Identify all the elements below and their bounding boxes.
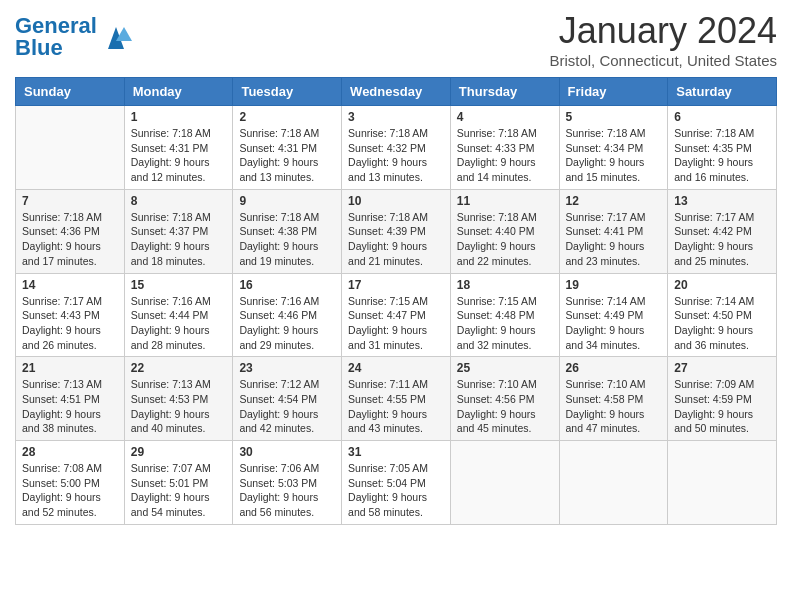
- day-number: 20: [674, 278, 770, 292]
- day-info: Sunrise: 7:14 AM Sunset: 4:49 PM Dayligh…: [566, 294, 662, 353]
- day-number: 14: [22, 278, 118, 292]
- day-number: 8: [131, 194, 227, 208]
- day-number: 7: [22, 194, 118, 208]
- day-info: Sunrise: 7:09 AM Sunset: 4:59 PM Dayligh…: [674, 377, 770, 436]
- day-number: 24: [348, 361, 444, 375]
- calendar-cell: 21Sunrise: 7:13 AM Sunset: 4:51 PM Dayli…: [16, 357, 125, 441]
- day-number: 6: [674, 110, 770, 124]
- day-number: 30: [239, 445, 335, 459]
- day-number: 31: [348, 445, 444, 459]
- calendar-cell: 13Sunrise: 7:17 AM Sunset: 4:42 PM Dayli…: [668, 189, 777, 273]
- day-info: Sunrise: 7:18 AM Sunset: 4:32 PM Dayligh…: [348, 126, 444, 185]
- day-info: Sunrise: 7:10 AM Sunset: 4:58 PM Dayligh…: [566, 377, 662, 436]
- day-number: 19: [566, 278, 662, 292]
- day-number: 3: [348, 110, 444, 124]
- day-number: 17: [348, 278, 444, 292]
- calendar-header-row: SundayMondayTuesdayWednesdayThursdayFrid…: [16, 78, 777, 106]
- day-number: 10: [348, 194, 444, 208]
- day-info: Sunrise: 7:18 AM Sunset: 4:37 PM Dayligh…: [131, 210, 227, 269]
- calendar-cell: 5Sunrise: 7:18 AM Sunset: 4:34 PM Daylig…: [559, 106, 668, 190]
- calendar-week-3: 14Sunrise: 7:17 AM Sunset: 4:43 PM Dayli…: [16, 273, 777, 357]
- calendar-cell: 22Sunrise: 7:13 AM Sunset: 4:53 PM Dayli…: [124, 357, 233, 441]
- day-info: Sunrise: 7:18 AM Sunset: 4:39 PM Dayligh…: [348, 210, 444, 269]
- header-saturday: Saturday: [668, 78, 777, 106]
- day-info: Sunrise: 7:06 AM Sunset: 5:03 PM Dayligh…: [239, 461, 335, 520]
- calendar-cell: 30Sunrise: 7:06 AM Sunset: 5:03 PM Dayli…: [233, 441, 342, 525]
- day-number: 18: [457, 278, 553, 292]
- calendar-week-2: 7Sunrise: 7:18 AM Sunset: 4:36 PM Daylig…: [16, 189, 777, 273]
- calendar-cell: 28Sunrise: 7:08 AM Sunset: 5:00 PM Dayli…: [16, 441, 125, 525]
- calendar-cell: 14Sunrise: 7:17 AM Sunset: 4:43 PM Dayli…: [16, 273, 125, 357]
- day-number: 5: [566, 110, 662, 124]
- day-number: 12: [566, 194, 662, 208]
- logo: General Blue: [15, 15, 132, 59]
- calendar-cell: 26Sunrise: 7:10 AM Sunset: 4:58 PM Dayli…: [559, 357, 668, 441]
- calendar-cell: 29Sunrise: 7:07 AM Sunset: 5:01 PM Dayli…: [124, 441, 233, 525]
- day-info: Sunrise: 7:18 AM Sunset: 4:36 PM Dayligh…: [22, 210, 118, 269]
- header-tuesday: Tuesday: [233, 78, 342, 106]
- calendar-week-4: 21Sunrise: 7:13 AM Sunset: 4:51 PM Dayli…: [16, 357, 777, 441]
- day-number: 27: [674, 361, 770, 375]
- calendar-cell: 1Sunrise: 7:18 AM Sunset: 4:31 PM Daylig…: [124, 106, 233, 190]
- title-area: January 2024 Bristol, Connecticut, Unite…: [549, 10, 777, 69]
- day-info: Sunrise: 7:15 AM Sunset: 4:47 PM Dayligh…: [348, 294, 444, 353]
- day-number: 25: [457, 361, 553, 375]
- logo-icon: [100, 21, 132, 53]
- calendar-cell: 11Sunrise: 7:18 AM Sunset: 4:40 PM Dayli…: [450, 189, 559, 273]
- calendar-cell: 6Sunrise: 7:18 AM Sunset: 4:35 PM Daylig…: [668, 106, 777, 190]
- calendar-cell: 27Sunrise: 7:09 AM Sunset: 4:59 PM Dayli…: [668, 357, 777, 441]
- calendar-cell: 7Sunrise: 7:18 AM Sunset: 4:36 PM Daylig…: [16, 189, 125, 273]
- day-number: 13: [674, 194, 770, 208]
- day-info: Sunrise: 7:18 AM Sunset: 4:38 PM Dayligh…: [239, 210, 335, 269]
- day-info: Sunrise: 7:18 AM Sunset: 4:34 PM Dayligh…: [566, 126, 662, 185]
- day-info: Sunrise: 7:18 AM Sunset: 4:31 PM Dayligh…: [239, 126, 335, 185]
- day-info: Sunrise: 7:17 AM Sunset: 4:41 PM Dayligh…: [566, 210, 662, 269]
- day-info: Sunrise: 7:18 AM Sunset: 4:31 PM Dayligh…: [131, 126, 227, 185]
- calendar-cell: 31Sunrise: 7:05 AM Sunset: 5:04 PM Dayli…: [342, 441, 451, 525]
- calendar-cell: 8Sunrise: 7:18 AM Sunset: 4:37 PM Daylig…: [124, 189, 233, 273]
- main-title: January 2024: [549, 10, 777, 52]
- calendar-cell: 10Sunrise: 7:18 AM Sunset: 4:39 PM Dayli…: [342, 189, 451, 273]
- day-number: 11: [457, 194, 553, 208]
- day-info: Sunrise: 7:10 AM Sunset: 4:56 PM Dayligh…: [457, 377, 553, 436]
- calendar-cell: 9Sunrise: 7:18 AM Sunset: 4:38 PM Daylig…: [233, 189, 342, 273]
- day-info: Sunrise: 7:18 AM Sunset: 4:33 PM Dayligh…: [457, 126, 553, 185]
- calendar-cell: [668, 441, 777, 525]
- calendar-cell: 15Sunrise: 7:16 AM Sunset: 4:44 PM Dayli…: [124, 273, 233, 357]
- day-number: 28: [22, 445, 118, 459]
- calendar-cell: 17Sunrise: 7:15 AM Sunset: 4:47 PM Dayli…: [342, 273, 451, 357]
- logo-blue: Blue: [15, 35, 63, 60]
- calendar-cell: [16, 106, 125, 190]
- day-info: Sunrise: 7:08 AM Sunset: 5:00 PM Dayligh…: [22, 461, 118, 520]
- calendar-cell: 25Sunrise: 7:10 AM Sunset: 4:56 PM Dayli…: [450, 357, 559, 441]
- day-info: Sunrise: 7:11 AM Sunset: 4:55 PM Dayligh…: [348, 377, 444, 436]
- day-info: Sunrise: 7:17 AM Sunset: 4:43 PM Dayligh…: [22, 294, 118, 353]
- calendar-cell: 2Sunrise: 7:18 AM Sunset: 4:31 PM Daylig…: [233, 106, 342, 190]
- header: General Blue January 2024 Bristol, Conne…: [15, 10, 777, 69]
- calendar-cell: 24Sunrise: 7:11 AM Sunset: 4:55 PM Dayli…: [342, 357, 451, 441]
- day-info: Sunrise: 7:13 AM Sunset: 4:51 PM Dayligh…: [22, 377, 118, 436]
- day-info: Sunrise: 7:18 AM Sunset: 4:40 PM Dayligh…: [457, 210, 553, 269]
- calendar-cell: [559, 441, 668, 525]
- day-info: Sunrise: 7:13 AM Sunset: 4:53 PM Dayligh…: [131, 377, 227, 436]
- day-number: 21: [22, 361, 118, 375]
- day-info: Sunrise: 7:14 AM Sunset: 4:50 PM Dayligh…: [674, 294, 770, 353]
- day-number: 15: [131, 278, 227, 292]
- day-number: 4: [457, 110, 553, 124]
- day-number: 23: [239, 361, 335, 375]
- day-info: Sunrise: 7:18 AM Sunset: 4:35 PM Dayligh…: [674, 126, 770, 185]
- calendar-cell: 20Sunrise: 7:14 AM Sunset: 4:50 PM Dayli…: [668, 273, 777, 357]
- calendar-cell: 18Sunrise: 7:15 AM Sunset: 4:48 PM Dayli…: [450, 273, 559, 357]
- day-number: 2: [239, 110, 335, 124]
- calendar-cell: [450, 441, 559, 525]
- day-number: 26: [566, 361, 662, 375]
- day-number: 9: [239, 194, 335, 208]
- calendar-week-1: 1Sunrise: 7:18 AM Sunset: 4:31 PM Daylig…: [16, 106, 777, 190]
- day-info: Sunrise: 7:07 AM Sunset: 5:01 PM Dayligh…: [131, 461, 227, 520]
- day-number: 1: [131, 110, 227, 124]
- day-info: Sunrise: 7:05 AM Sunset: 5:04 PM Dayligh…: [348, 461, 444, 520]
- calendar-cell: 3Sunrise: 7:18 AM Sunset: 4:32 PM Daylig…: [342, 106, 451, 190]
- day-number: 16: [239, 278, 335, 292]
- header-thursday: Thursday: [450, 78, 559, 106]
- header-friday: Friday: [559, 78, 668, 106]
